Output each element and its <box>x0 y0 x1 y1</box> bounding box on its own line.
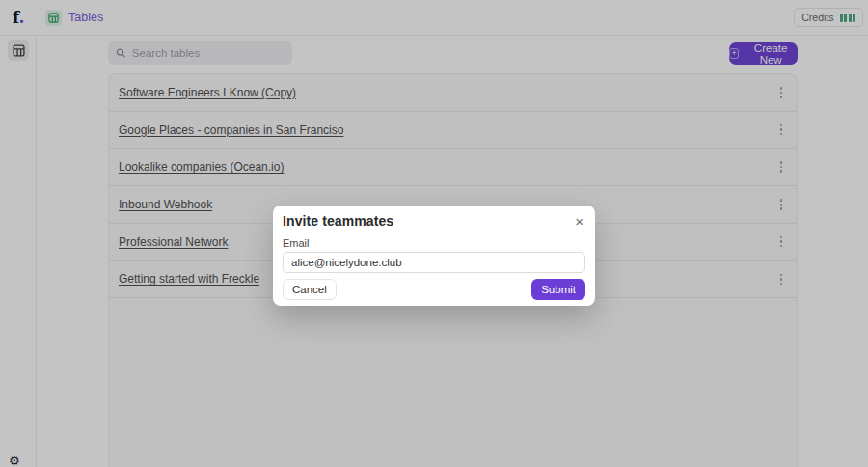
submit-button[interactable]: Submit <box>531 279 585 300</box>
cancel-button[interactable]: Cancel <box>283 279 337 300</box>
modal-title: Invite teammates <box>283 213 393 229</box>
email-label: Email <box>283 237 585 249</box>
close-icon[interactable]: × <box>573 214 585 229</box>
invite-teammates-modal: Invite teammates × Email Cancel Submit <box>273 206 595 306</box>
email-field[interactable] <box>283 252 585 273</box>
